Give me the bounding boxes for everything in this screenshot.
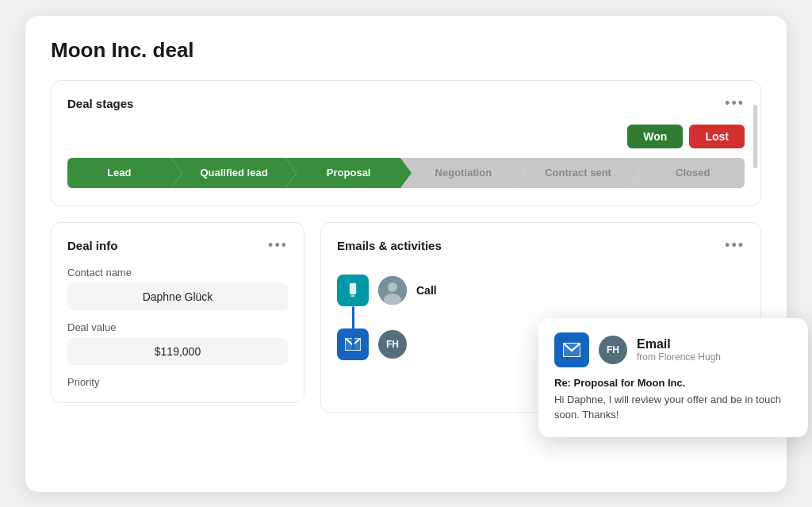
scrollbar[interactable] <box>753 105 757 168</box>
deal-stages-more-icon[interactable]: ••• <box>725 95 745 112</box>
activity-call: Call <box>337 267 745 314</box>
call-avatar-photo <box>378 276 407 305</box>
email-popup-body-text: Hi Daphne, I will review your offer and … <box>554 392 792 423</box>
email-popup: FH Email from Florence Hugh Re: Proposal… <box>538 318 808 437</box>
email-avatar-initials: FH <box>386 339 399 350</box>
deal-info-card: Deal info ••• Contact name Daphne Glück … <box>51 222 304 403</box>
stage-contract-sent[interactable]: Contract sent <box>515 158 630 188</box>
emails-more-icon[interactable]: ••• <box>725 237 745 254</box>
deal-stages-title: Deal stages <box>67 97 133 110</box>
svg-rect-0 <box>350 282 356 294</box>
stage-qualified-lead[interactable]: Qualified lead <box>171 158 286 188</box>
email-popup-body-title: Re: Proposal for Moon Inc. <box>554 377 792 389</box>
emails-activities-card: Emails & activities ••• <box>320 222 761 413</box>
page-title: Moon Inc. deal <box>51 38 761 63</box>
priority-label: Priority <box>67 376 288 388</box>
call-label: Call <box>416 284 437 297</box>
emails-header: Emails & activities ••• <box>337 237 745 254</box>
phone-icon <box>345 282 361 298</box>
email-avatar: FH <box>378 330 407 359</box>
stage-negotiation[interactable]: Negotiation <box>400 158 515 188</box>
won-lost-row: Won Lost <box>67 125 745 148</box>
deal-info-more-icon[interactable]: ••• <box>268 237 288 254</box>
bottom-row: Deal info ••• Contact name Daphne Glück … <box>51 222 761 413</box>
stage-lead[interactable]: Lead <box>67 158 171 188</box>
email-popup-title-group: Email from Florence Hugh <box>637 337 721 363</box>
timeline-line-1 <box>352 306 354 350</box>
email-popup-title: Email <box>637 337 721 351</box>
contact-name-value[interactable]: Daphne Glück <box>67 283 288 310</box>
pipeline-stages: Lead Qualified lead Proposal Negotiation… <box>67 158 745 188</box>
email-popup-envelope-icon <box>563 343 580 357</box>
deal-info-header: Deal info ••• <box>67 237 288 254</box>
email-popup-avatar-initials: FH <box>607 344 619 355</box>
stage-proposal[interactable]: Proposal <box>285 158 400 188</box>
deal-value-label: Deal value <box>67 321 288 333</box>
email-popup-icon <box>554 332 589 367</box>
deal-stages-card: Deal stages ••• Won Lost Lead Qualified … <box>51 80 761 206</box>
emails-title: Emails & activities <box>337 239 442 252</box>
deal-info-title: Deal info <box>67 239 117 252</box>
deal-value-value[interactable]: $119,000 <box>67 338 288 365</box>
deal-stages-header: Deal stages ••• <box>67 95 745 112</box>
email-popup-avatar: FH <box>599 336 627 364</box>
email-popup-header: FH Email from Florence Hugh <box>554 332 792 367</box>
svg-point-3 <box>388 282 397 292</box>
won-button[interactable]: Won <box>627 125 683 148</box>
stage-closed[interactable]: Closed <box>630 158 745 188</box>
main-container: Moon Inc. deal Deal stages ••• Won Lost … <box>25 16 787 492</box>
call-icon-box[interactable] <box>337 275 369 306</box>
contact-name-label: Contact name <box>67 267 288 278</box>
call-avatar <box>378 276 407 305</box>
email-popup-from: from Florence Hugh <box>637 351 721 363</box>
svg-rect-1 <box>351 294 355 297</box>
lost-button[interactable]: Lost <box>689 125 745 148</box>
